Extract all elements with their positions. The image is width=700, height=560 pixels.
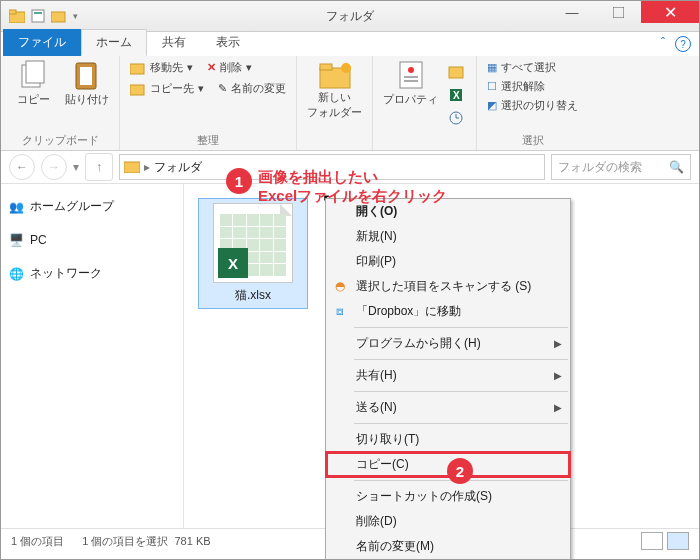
svg-rect-3 <box>34 12 42 14</box>
paste-icon <box>73 60 101 90</box>
ctx-scan[interactable]: ◓選択した項目をスキャンする (S) <box>326 274 570 299</box>
open-icon[interactable] <box>448 64 466 83</box>
ribbon-group-select: ▦すべて選択 ☐選択解除 ◩選択の切り替え 選択 <box>477 56 588 150</box>
tab-share[interactable]: 共有 <box>147 29 201 56</box>
tab-view[interactable]: 表示 <box>201 29 255 56</box>
chevron-right-icon: ▶ <box>554 338 562 349</box>
copy-icon <box>19 60 47 90</box>
paste-button[interactable]: 貼り付け <box>65 60 109 107</box>
svg-rect-19 <box>449 67 463 78</box>
qat-dropdown-icon[interactable]: ▾ <box>73 11 78 21</box>
svg-rect-4 <box>51 12 65 22</box>
recent-dropdown-icon[interactable]: ▾ <box>73 160 79 174</box>
network-icon: 🌐 <box>9 267 24 281</box>
copy-to-button[interactable]: コピー先 ▾ <box>130 81 204 96</box>
svg-text:X: X <box>453 90 460 101</box>
file-name: 猫.xlsx <box>235 288 271 302</box>
annotation-number-2: 2 <box>447 458 473 484</box>
svg-rect-1 <box>9 10 16 14</box>
ctx-dropbox[interactable]: ⧈「Dropbox」に移動 <box>326 299 570 324</box>
select-none-icon: ☐ <box>487 80 497 93</box>
forward-button[interactable]: → <box>41 154 67 180</box>
sidebar-item-pc[interactable]: 🖥️PC <box>7 229 177 251</box>
ctx-open-with[interactable]: プログラムから開く(H)▶ <box>326 331 570 356</box>
sidebar-item-network[interactable]: 🌐ネットワーク <box>7 261 177 286</box>
separator <box>354 359 568 360</box>
invert-selection-button[interactable]: ◩選択の切り替え <box>487 98 578 113</box>
quick-access-toolbar: ▾ <box>1 9 86 23</box>
history-icon[interactable] <box>448 110 466 129</box>
copy-button[interactable]: コピー <box>11 60 55 107</box>
ctx-rename[interactable]: 名前の変更(M) <box>326 534 570 559</box>
properties-button[interactable]: プロパティ <box>383 60 438 107</box>
details-view-icon[interactable] <box>641 532 663 550</box>
tab-file[interactable]: ファイル <box>3 29 81 56</box>
svg-point-16 <box>408 67 414 73</box>
ctx-delete[interactable]: 削除(D) <box>326 509 570 534</box>
chevron-right-icon: ▶ <box>554 370 562 381</box>
chevron-right-icon: ▶ <box>554 402 562 413</box>
folder-arrow-icon <box>130 82 146 96</box>
svg-rect-7 <box>26 61 44 83</box>
minimize-ribbon-icon[interactable]: ˆ <box>661 36 665 52</box>
dropbox-icon: ⧈ <box>332 303 348 319</box>
edit-icon[interactable]: X <box>448 87 466 106</box>
organize-group-label: 整理 <box>130 131 286 148</box>
window-controls: — ✕ <box>549 1 699 23</box>
ribbon-group-clipboard: コピー 貼り付け クリップボード <box>1 56 120 150</box>
close-button[interactable]: ✕ <box>641 1 699 23</box>
help-icon[interactable]: ? <box>675 36 691 52</box>
properties-label: プロパティ <box>383 92 438 107</box>
breadcrumb-item[interactable]: フォルダ <box>154 159 202 176</box>
ctx-print[interactable]: 印刷(P) <box>326 249 570 274</box>
folder-icon <box>9 9 25 23</box>
new-folder-icon <box>318 60 352 90</box>
context-menu: 開く(O) 新規(N) 印刷(P) ◓選択した項目をスキャンする (S) ⧈「D… <box>325 198 571 560</box>
select-all-button[interactable]: ▦すべて選択 <box>487 60 556 75</box>
up-button[interactable]: ↑ <box>85 153 113 181</box>
homegroup-icon: 👥 <box>9 200 24 214</box>
properties-icon[interactable] <box>31 9 45 23</box>
ctx-new[interactable]: 新規(N) <box>326 224 570 249</box>
clipboard-group-label: クリップボード <box>11 131 109 148</box>
maximize-button[interactable] <box>595 1 641 23</box>
svg-rect-5 <box>613 7 624 18</box>
ribbon-tabs: ファイル ホーム 共有 表示 ˆ ? <box>1 32 699 56</box>
back-button[interactable]: ← <box>9 154 35 180</box>
ctx-send-to[interactable]: 送る(N)▶ <box>326 395 570 420</box>
nav-pane: 👥ホームグループ 🖥️PC 🌐ネットワーク <box>1 184 184 528</box>
new-group-label <box>307 134 362 148</box>
sidebar-item-homegroup[interactable]: 👥ホームグループ <box>7 194 177 219</box>
search-placeholder: フォルダの検索 <box>558 159 642 176</box>
move-to-button[interactable]: 移動先 ▾ <box>130 60 193 75</box>
properties-icon <box>397 60 425 90</box>
pc-icon: 🖥️ <box>9 233 24 247</box>
file-item[interactable]: X 猫.xlsx <box>198 198 308 309</box>
ctx-share[interactable]: 共有(H)▶ <box>326 363 570 388</box>
annotation-number-1: 1 <box>226 168 252 194</box>
shield-icon: ◓ <box>332 278 348 294</box>
delete-button[interactable]: ✕削除 ▾ <box>207 60 252 75</box>
ribbon: コピー 貼り付け クリップボード 移動先 ▾ ✕削除 ▾ コピー先 ▾ ✎名前の… <box>1 56 699 151</box>
ctx-shortcut[interactable]: ショートカットの作成(S) <box>326 484 570 509</box>
svg-rect-17 <box>404 76 418 78</box>
titlebar: ▾ フォルダ — ✕ <box>1 1 699 32</box>
ribbon-group-open: プロパティ X <box>373 56 477 150</box>
ribbon-group-organize: 移動先 ▾ ✕削除 ▾ コピー先 ▾ ✎名前の変更 整理 <box>120 56 297 150</box>
thumbnails-view-icon[interactable] <box>667 532 689 550</box>
minimize-button[interactable]: — <box>549 1 595 23</box>
ctx-cut[interactable]: 切り取り(T) <box>326 427 570 452</box>
delete-icon: ✕ <box>207 61 216 74</box>
new-folder-icon[interactable] <box>51 9 67 23</box>
search-input[interactable]: フォルダの検索 🔍 <box>551 154 691 180</box>
chevron-right-icon[interactable]: ▸ <box>144 160 150 174</box>
separator <box>354 327 568 328</box>
select-none-button[interactable]: ☐選択解除 <box>487 79 545 94</box>
rename-button[interactable]: ✎名前の変更 <box>218 81 286 96</box>
tab-home[interactable]: ホーム <box>81 29 147 56</box>
ribbon-group-new: 新しい フォルダー <box>297 56 373 150</box>
new-folder-button[interactable]: 新しい フォルダー <box>307 60 362 120</box>
svg-rect-18 <box>404 80 418 82</box>
svg-rect-11 <box>130 85 144 95</box>
separator <box>354 423 568 424</box>
